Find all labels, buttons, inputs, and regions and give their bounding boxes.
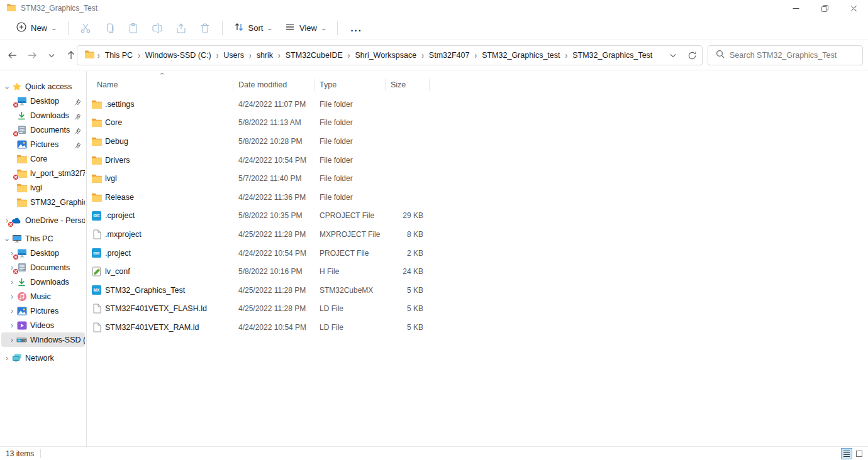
- file-row-release[interactable]: Release4/24/2022 11:36 PMFile folder: [87, 188, 868, 207]
- column-header-size[interactable]: Size: [386, 79, 430, 91]
- column-header-type[interactable]: Type: [314, 79, 386, 91]
- chevron-right-icon[interactable]: ›: [8, 321, 16, 330]
- sidebar-item-label: Quick access: [25, 82, 72, 91]
- file-row-lvgl[interactable]: lvgl5/7/2022 11:40 PMFile folder: [87, 169, 868, 188]
- forward-button[interactable]: [23, 47, 41, 64]
- cut-button[interactable]: [74, 19, 97, 38]
- sidebar-item-label: This PC: [25, 234, 53, 243]
- refresh-button[interactable]: [684, 48, 699, 63]
- breadcrumb-item-stm32-graphics-test[interactable]: STM32_Graphics_Test: [568, 48, 657, 63]
- sidebar-item-music[interactable]: ›Music: [1, 289, 85, 304]
- sidebar-item-documents[interactable]: Documents: [1, 123, 85, 137]
- sidebar-item-videos[interactable]: ›Videos: [1, 318, 85, 332]
- breadcrumb-item-shrik[interactable]: shrik: [252, 48, 277, 63]
- sidebar-item-label: Pictures: [30, 140, 58, 149]
- back-button[interactable]: [4, 47, 21, 64]
- search-input[interactable]: [730, 51, 862, 60]
- file-row-stm32f401vetx-ram-ld[interactable]: STM32F401VETX_RAM.ld4/24/2022 10:54 PMLD…: [87, 318, 868, 337]
- file-size: 5 KB: [386, 323, 430, 332]
- sidebar-item-desktop[interactable]: ›Desktop: [1, 246, 85, 260]
- breadcrumb-item-users[interactable]: Users: [219, 48, 248, 63]
- breadcrumb-separator-icon: ›: [474, 50, 477, 60]
- sidebar-item-lv-port-stm32f746-d[interactable]: lv_port_stm32f746_d: [1, 166, 85, 180]
- new-button[interactable]: New ⌄: [10, 18, 63, 38]
- file-row-stm32f401vetx-flash-ld[interactable]: STM32F401VETX_FLASH.ld4/25/2022 11:28 PM…: [87, 300, 868, 319]
- close-button[interactable]: [839, 0, 868, 16]
- file-row-stm32-graphics-test[interactable]: MXSTM32_Graphics_Test4/25/2022 11:28 PMS…: [87, 281, 868, 300]
- chevron-right-icon[interactable]: ›: [8, 292, 16, 301]
- column-header-name[interactable]: Name: [87, 79, 233, 91]
- file-row-project[interactable]: IDE.project4/24/2022 10:54 PMPROJECT Fil…: [87, 244, 868, 263]
- file-name-cell: MXSTM32_Graphics_Test: [87, 285, 233, 295]
- sort-button[interactable]: Sort ⌄: [228, 18, 279, 38]
- file-row-mxproject[interactable]: .mxproject4/25/2022 11:28 PMMXPROJECT Fi…: [87, 225, 868, 244]
- details-view-toggle[interactable]: [841, 448, 852, 459]
- share-button[interactable]: [169, 19, 193, 38]
- file-name: Drivers: [105, 156, 130, 165]
- rename-button[interactable]: [145, 19, 169, 38]
- breadcrumb-item-stm32cubeide[interactable]: STM32CubeIDE: [281, 48, 347, 63]
- sidebar-item-stm32-graphics-te[interactable]: STM32_Graphics_Te: [1, 195, 85, 209]
- breadcrumb-item-this-pc[interactable]: This PC: [101, 48, 137, 63]
- lvconf-icon: [91, 266, 102, 277]
- address-bar[interactable]: ›This PC›Windows-SSD (C:)›Users›shrik›ST…: [77, 45, 703, 65]
- sidebar-item-documents[interactable]: ›Documents: [1, 260, 85, 275]
- sidebar-item-windows-ssd-c[interactable]: ›Windows-SSD (C:): [1, 332, 85, 347]
- sidebar-item-downloads[interactable]: ›Downloads: [1, 275, 85, 289]
- recent-locations-button[interactable]: [43, 47, 60, 64]
- file-row-drivers[interactable]: Drivers4/24/2022 10:54 PMFile folder: [87, 151, 868, 170]
- sidebar-item-lvgl[interactable]: lvgl: [1, 180, 85, 195]
- file-row-debug[interactable]: Debug5/8/2022 10:28 PMFile folder: [87, 132, 868, 151]
- sidebar-item-desktop[interactable]: Desktop: [1, 94, 85, 108]
- sidebar-item-downloads[interactable]: Downloads: [1, 108, 85, 123]
- chevron-right-icon[interactable]: ›: [3, 354, 11, 363]
- address-dropdown-button[interactable]: [665, 48, 681, 63]
- breadcrumb-item-stm32f407[interactable]: Stm32F407: [425, 48, 474, 63]
- file-date-modified: 4/25/2022 11:28 PM: [233, 286, 314, 295]
- documents-icon: [16, 125, 27, 135]
- file-row-settings[interactable]: .settings4/24/2022 11:07 PMFile folder: [87, 95, 868, 114]
- file-type: MXPROJECT File: [314, 230, 386, 239]
- file-size: 2 KB: [386, 249, 430, 258]
- file-row-core[interactable]: Core5/8/2022 11:13 AMFile folder: [87, 114, 868, 133]
- column-header-date-modified[interactable]: Date modified: [233, 79, 314, 91]
- search-icon: [716, 50, 725, 61]
- chevron-right-icon[interactable]: ›: [8, 278, 16, 287]
- file-name: Debug: [105, 137, 128, 146]
- sidebar-item-core[interactable]: Core: [1, 151, 85, 166]
- chevron-right-icon[interactable]: ›: [8, 307, 16, 315]
- sidebar-item-onedrive-personal[interactable]: ›OneDrive - Personal: [1, 213, 85, 227]
- file-type: File folder: [314, 118, 386, 127]
- sidebar-item-pictures[interactable]: ›Pictures: [1, 304, 85, 318]
- file-row-cproject[interactable]: IDE.cproject5/8/2022 10:35 PMCPROJECT Fi…: [87, 207, 868, 226]
- breadcrumb-item-shri-workspsace[interactable]: Shri_Workspsace: [350, 48, 421, 63]
- address-folder-icon: [84, 50, 94, 61]
- file-row-lv-conf[interactable]: lv_conf5/8/2022 10:16 PMH File24 KB: [87, 262, 868, 281]
- sidebar-item-this-pc[interactable]: ⌄This PC: [1, 231, 85, 246]
- sidebar-item-label: Documents: [30, 126, 70, 134]
- minimize-button[interactable]: [781, 0, 810, 16]
- file-name-cell: lv_conf: [87, 266, 233, 277]
- file-name: .mxproject: [105, 230, 142, 239]
- sidebar-item-network[interactable]: ›Network: [1, 351, 85, 365]
- documents-icon: [16, 263, 27, 273]
- file-name-cell: IDE.cproject: [87, 211, 233, 221]
- thumbnail-view-toggle[interactable]: [854, 448, 865, 459]
- breadcrumb-item-windows-ssd-c[interactable]: Windows-SSD (C:): [141, 48, 216, 63]
- restore-button[interactable]: [810, 0, 839, 16]
- file-name-cell: .mxproject: [87, 229, 233, 239]
- view-button[interactable]: View ⌄: [279, 18, 333, 38]
- sidebar-item-pictures[interactable]: Pictures: [1, 137, 85, 151]
- paste-button[interactable]: [121, 19, 145, 38]
- sidebar-item-label: Core: [30, 155, 47, 163]
- sidebar-item-label: Documents: [30, 263, 70, 272]
- file-icon: [91, 322, 102, 332]
- sidebar-item-label: Desktop: [30, 249, 59, 258]
- breadcrumb: ›This PC›Windows-SSD (C:)›Users›shrik›ST…: [97, 48, 665, 63]
- sidebar-item-quick-access[interactable]: ⌄Quick access: [1, 79, 85, 94]
- delete-button[interactable]: [193, 19, 217, 38]
- chevron-right-icon[interactable]: ›: [8, 336, 16, 344]
- copy-button[interactable]: [97, 19, 121, 38]
- breadcrumb-item-stm32-graphics-test[interactable]: STM32_Graphics_test: [477, 48, 564, 63]
- see-more-button[interactable]: ...: [343, 23, 370, 33]
